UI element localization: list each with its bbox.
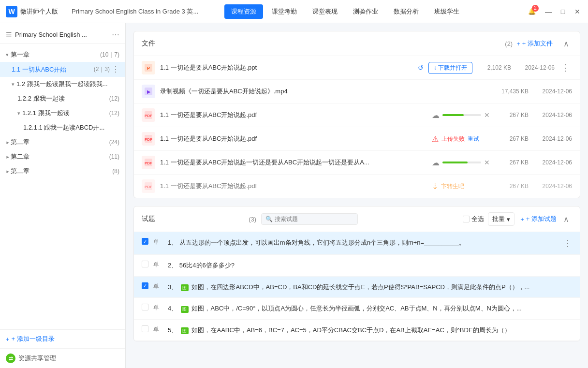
chapter2-24-badge: (24) [109,139,119,146]
question-checkbox[interactable] [142,304,148,310]
section1-1-label: 1.1 一切从ABC开始 [12,65,92,74]
minimize-button[interactable]: — [544,7,553,16]
question-item: ✓ 单 3、 图 如图，在四边形ABCD中，AB=CD，BA和CD的延长线交于点… [134,277,580,298]
question-search-input[interactable] [275,216,353,222]
batch-label: 批量 [492,215,505,223]
sidebar-item-chapter2-11[interactable]: ▾ 第二章 (11) [0,149,125,164]
file-size: 2,102 KB [477,64,511,71]
file-download-button[interactable]: ↓ 下载并打开 [428,62,472,74]
chapter2-24-arrow: ▾ [4,141,11,144]
section1-2-2-badge: (12) [109,95,119,102]
question-text: 4、 图 如图，ABC中，/C=90°，以顶点A为圆心，任意长为半径画弧，分别交… [168,304,572,313]
question-more-button[interactable]: ⋮ [563,238,572,249]
nav-class-students[interactable]: 班级学生 [427,4,466,19]
sidebar-item-section1-2-1-1[interactable]: 1.2.1.1 跟我一起读ABCD开... [0,120,125,135]
add-level1-label: + 添加一级目录 [12,335,55,343]
nav-test-homework[interactable]: 测验作业 [346,4,385,19]
question-checkbox[interactable]: ✓ [142,282,148,289]
file-list: P 1.1 一切还是要从ABC开始说起.ppt ↺ ↓ 下载并打开 2,102 … [134,56,580,198]
close-button[interactable]: ✕ [573,7,582,16]
cancel-upload-button[interactable]: ✕ [484,159,490,166]
question-checkbox[interactable]: ✓ [142,238,148,245]
add-file-icon: + [516,40,520,47]
question-text: 5、 图 如图，在AABC中，AB=6，BC=7，AC=5，AD平分CBAC交B… [168,325,572,335]
question-image-icon: 图 [181,284,189,291]
add-file-button[interactable]: + + 添加文件 [513,37,557,50]
chapter2-11-badge: (11) [109,153,119,160]
resource-share-label: 资源共享管理 [18,354,56,363]
sidebar-item-section1-2[interactable]: ▾ 1.2 跟我一起读跟我一起读跟我... [0,77,125,91]
files-section: 文件 (2) + + 添加文件 ∧ P 1.1 一切还是要从ABC开始说起.pp… [133,31,580,198]
retry-button[interactable]: 重试 [468,135,479,143]
questions-collapse-button[interactable]: ∧ [560,214,572,225]
files-title: 文件 [142,39,503,48]
add-level1-button[interactable]: + + 添加一级目录 [0,329,125,348]
sync-icon[interactable]: ↺ [418,64,424,72]
error-icon: ⚠ [432,134,439,144]
sidebar-item-section1-2-2[interactable]: 1.2.2 跟我一起读 (12) [0,91,125,106]
sidebar-tree: ▾ 第一章 (10｜7) 1.1 一切从ABC开始 (2｜3) ⋮ ▾ 1.2 … [0,44,125,329]
download-cloud-icon: ☁ [432,111,440,120]
sidebar-item-section1-2-1[interactable]: ▾ 1.2.1 跟我一起读 (12) [0,106,125,120]
upload-failed-label: 上传失败 [441,135,465,143]
chapter1-badge: (10｜7) [100,51,119,59]
file-item: PDF 1.1 一切还是要从ABC开始说起.pdf ☁ ✕ 267 KB 202… [134,103,580,127]
file-size: 267 KB [495,112,529,118]
question-search[interactable]: 🔍 [261,213,358,225]
select-all-button[interactable]: 全选 [463,215,484,223]
question-type: 单 [153,304,163,312]
question-checkbox[interactable] [142,261,148,267]
question-item: 单 4、 图 如图，ABC中，/C=90°，以顶点A为圆心，任意长为半径画弧，分… [134,298,580,320]
files-collapse-button[interactable]: ∧ [560,38,572,49]
chapter2-11-arrow: ▾ [4,155,11,158]
sidebar-item-section1-1[interactable]: 1.1 一切从ABC开始 (2｜3) ⋮ [0,62,125,77]
maximize-button[interactable]: □ [558,7,568,16]
question-checkbox[interactable] [142,325,148,332]
batch-button[interactable]: 批量 ▾ [488,212,514,226]
nav-classroom-attendance[interactable]: 课堂考勤 [265,4,304,19]
files-actions: + + 添加文件 ∧ [513,37,572,50]
add-question-button[interactable]: + + 添加试题 [516,213,560,225]
chapter1-label: 第一章 [11,50,98,59]
sidebar-item-chapter1[interactable]: ▾ 第一章 (10｜7) [0,47,125,62]
top-nav: 课程资源 课堂考勤 课堂表现 测验作业 数据分析 班级学生 [224,4,466,19]
file-name: 1.1 一切还是要从ABC开始说起.pdf [160,111,427,119]
nav-course-resources[interactable]: 课程资源 [224,4,263,19]
section1-2-1-arrow: ▾ [17,110,20,117]
logo-icon: W [6,6,17,17]
svg-text:P: P [147,66,150,71]
upload-progress-bar [442,162,481,163]
file-more-button[interactable]: ⋮ [559,62,572,73]
nav-data-analysis[interactable]: 数据分析 [387,4,426,19]
file-name: 录制视频《一切还是要从ABC开始说起》.mp4 [160,87,490,96]
section1-1-badge: (2｜3) [94,65,110,74]
notification-badge: 2 [532,5,539,12]
sidebar-title: Primary School English ... [15,31,109,38]
file-item: ▶ 录制视频《一切还是要从ABC开始说起》.mp4 17,435 KB 2024… [134,80,580,103]
sidebar-item-chapter2-24[interactable]: ▾ 第二章 (24) [0,135,125,149]
select-all-checkbox[interactable] [463,216,470,222]
file-size: 267 KB [495,183,529,190]
question-text: 1、 从五边形的一个顶点出发，可以画出m条对角线，它们将五边形分成n个三角形，则… [168,238,559,248]
file-item: PDF 1.1 一切还是要从ABC开始说起一切还是要从ABC开始说起一切还是要从… [134,151,580,175]
sidebar-item-chapter2-8[interactable]: ▾ 第二章 (8) [0,164,125,178]
resource-share-button[interactable]: ⇄ 资源共享管理 [0,348,125,368]
search-icon: 🔍 [265,216,273,222]
chapter1-arrow: ▾ [6,52,9,58]
batch-chevron-icon: ▾ [507,216,510,223]
nav-classroom-performance[interactable]: 课堂表现 [306,4,344,19]
svg-text:PDF: PDF [145,185,152,189]
download-label: ↓ 下载并打开 [434,64,467,72]
section1-2-arrow: ▾ [12,81,15,88]
section1-2-1-1-label: 1.2.1.1 跟我一起读ABCD开... [23,123,119,132]
notification-bell[interactable]: 🔔 2 [525,5,539,18]
file-item: PDF 1.1 一切还是要从ABC开始说起.pdf ⇣ 卞转生吧 267 KB … [134,175,580,198]
question-list: ✓ 单 1、 从五边形的一个顶点出发，可以画出m条对角线，它们将五边形分成n个三… [134,232,580,341]
section1-1-more[interactable]: ⋮ [112,65,119,74]
select-all-label: 全选 [471,215,484,223]
questions-section: 试题 (3) 🔍 全选 批量 ▾ + + 添加试题 [133,206,580,341]
cancel-download-button[interactable]: ✕ [484,111,490,119]
file-icon-pdf: PDF [142,179,155,193]
sidebar-more-button[interactable]: ⋯ [112,30,119,39]
file-date: 2024-12-06 [533,183,572,190]
